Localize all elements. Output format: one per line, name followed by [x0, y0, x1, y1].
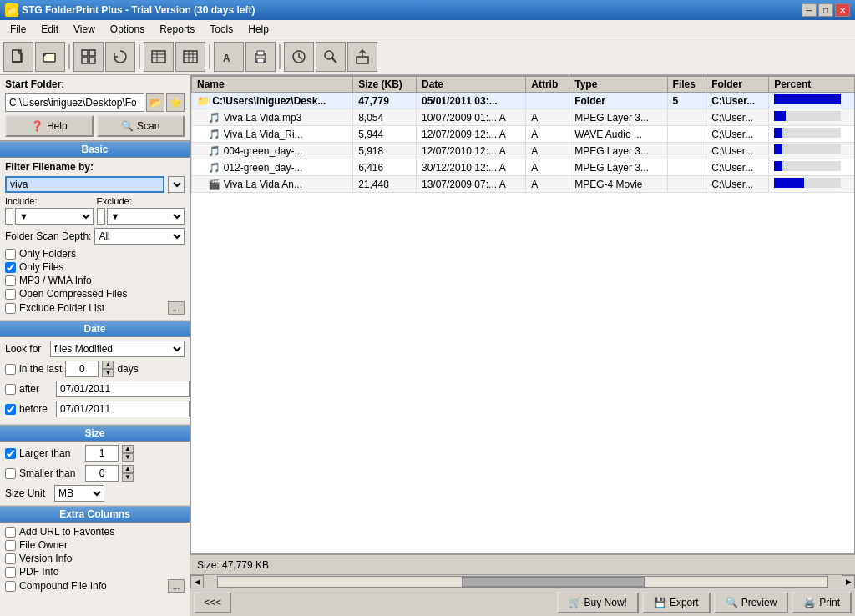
add-url-row[interactable]: Add URL to Favorites [5, 526, 185, 538]
smaller-than-checkbox[interactable] [5, 468, 16, 479]
minimize-button[interactable]: ─ [802, 3, 817, 17]
mp3-wma-row[interactable]: MP3 / WMA Info [5, 275, 185, 286]
start-folder-input[interactable] [5, 93, 144, 112]
scroll-right-button[interactable]: ▶ [842, 575, 855, 588]
toolbar-btn-5[interactable] [144, 42, 174, 72]
only-folders-checkbox[interactable] [5, 249, 16, 260]
after-date-input[interactable] [56, 381, 190, 397]
toolbar-btn-8[interactable] [245, 42, 276, 72]
include-dropdown[interactable]: ▼ [15, 208, 94, 225]
print-button[interactable]: 🖨️ Print [792, 592, 852, 613]
size-unit-dropdown[interactable]: MB KB GB Bytes [54, 485, 104, 502]
cell-name: 🎬 Viva La Vida An... [192, 176, 353, 193]
pdf-info-row[interactable]: PDF Info [5, 566, 185, 578]
only-files-row[interactable]: Only Files [5, 261, 185, 273]
col-date[interactable]: Date [416, 77, 525, 93]
export-button[interactable]: 💾 Export [642, 592, 711, 613]
toolbar-btn-10[interactable] [316, 42, 346, 72]
mp3-wma-checkbox[interactable] [5, 275, 16, 286]
col-percent[interactable]: Percent [769, 77, 855, 93]
compound-file-checkbox[interactable] [5, 581, 16, 592]
toolbar-btn-9[interactable] [284, 42, 314, 72]
version-info-checkbox[interactable] [5, 553, 16, 564]
toolbar-btn-6[interactable] [175, 42, 205, 72]
smaller-than-input[interactable] [85, 465, 119, 482]
smaller-spin-down[interactable]: ▼ [122, 473, 134, 482]
cell-attrib [526, 93, 569, 109]
exclude-folder-dots[interactable]: ... [168, 301, 185, 315]
menu-file[interactable]: File [3, 20, 33, 38]
col-folder[interactable]: Folder [706, 77, 769, 93]
larger-than-input[interactable] [85, 445, 119, 462]
inlast-input[interactable] [65, 361, 99, 377]
pdf-info-label: PDF Info [19, 566, 58, 578]
col-type[interactable]: Type [569, 77, 667, 93]
exclude-folder-row[interactable]: Exclude Folder List ... [5, 301, 185, 315]
toolbar-btn-11[interactable] [347, 42, 377, 72]
include-input[interactable] [5, 208, 13, 225]
scroll-left-button[interactable]: ◀ [190, 575, 204, 588]
exclude-input[interactable] [97, 208, 105, 225]
menu-view[interactable]: View [67, 20, 102, 38]
pdf-info-checkbox[interactable] [5, 567, 16, 578]
maximize-button[interactable]: □ [818, 3, 833, 17]
menu-options[interactable]: Options [104, 20, 151, 38]
help-button[interactable]: ❓ Help [5, 115, 94, 137]
file-table-container[interactable]: Name Size (KB) Date Attrib Type Files Fo… [190, 75, 855, 554]
close-button[interactable]: ✕ [835, 3, 850, 17]
toolbar-btn-3[interactable] [73, 42, 104, 72]
folder-options-button[interactable]: ⭐ [166, 93, 185, 112]
table-row[interactable]: 🎵 Viva La Vida_Ri... 5,944 12/07/2009 12… [192, 126, 856, 143]
open-compressed-row[interactable]: Open Compressed Files [5, 288, 185, 300]
version-info-row[interactable]: Version Info [5, 553, 185, 564]
menu-edit[interactable]: Edit [34, 20, 65, 38]
table-row[interactable]: 🎵 012-green_day-... 6,416 30/12/2010 12:… [192, 159, 856, 176]
col-attrib[interactable]: Attrib [526, 77, 569, 93]
browse-button[interactable]: 📂 [146, 93, 164, 112]
filter-dropdown[interactable]: ▼ [168, 176, 185, 193]
before-checkbox[interactable] [5, 404, 16, 415]
inlast-spin-up[interactable]: ▲ [102, 361, 114, 369]
before-date-input[interactable] [56, 401, 190, 417]
scan-button[interactable]: 🔍 Scan [97, 115, 185, 137]
only-files-checkbox[interactable] [5, 262, 16, 273]
inlast-spin-down[interactable]: ▼ [102, 369, 114, 377]
file-owner-checkbox[interactable] [5, 540, 16, 551]
horizontal-scrollbar[interactable] [217, 576, 828, 588]
table-row[interactable]: 📁 C:\Users\iniguez\Desk... 47,779 05/01/… [192, 93, 856, 109]
table-row[interactable]: 🎵 Viva La Vida.mp3 8,054 10/07/2009 01:.… [192, 109, 856, 126]
compound-file-row[interactable]: Compound File Info ... [5, 579, 185, 593]
menu-reports[interactable]: Reports [153, 20, 201, 38]
file-owner-row[interactable]: File Owner [5, 539, 185, 551]
buy-button[interactable]: 🛒 Buy Now! [557, 592, 639, 613]
toolbar-btn-1[interactable] [3, 42, 33, 72]
add-url-checkbox[interactable] [5, 527, 16, 538]
exclude-folder-checkbox[interactable] [5, 303, 16, 314]
only-folders-row[interactable]: Only Folders [5, 248, 185, 260]
toolbar-btn-2[interactable] [35, 42, 65, 72]
toolbar-btn-7[interactable]: A [214, 42, 244, 72]
col-size[interactable]: Size (KB) [353, 77, 417, 93]
compound-file-dots[interactable]: ... [168, 579, 185, 593]
open-compressed-checkbox[interactable] [5, 289, 16, 300]
table-row[interactable]: 🎵 004-green_day-... 5,918 12/07/2010 12:… [192, 143, 856, 159]
larger-spin-up[interactable]: ▲ [122, 445, 134, 453]
menu-tools[interactable]: Tools [203, 20, 240, 38]
exclude-dropdown[interactable]: ▼ [107, 208, 185, 225]
after-checkbox[interactable] [5, 384, 16, 395]
larger-than-checkbox[interactable] [5, 448, 16, 459]
table-row[interactable]: 🎬 Viva La Vida An... 21,448 13/07/2009 0… [192, 176, 856, 193]
col-files[interactable]: Files [667, 77, 706, 93]
toolbar-btn-4[interactable] [105, 42, 135, 72]
lookfor-dropdown[interactable]: files Modified files Created files Acces… [50, 341, 185, 357]
filter-input[interactable] [5, 176, 164, 193]
inlast-checkbox[interactable] [5, 364, 16, 375]
nav-button[interactable]: <<< [194, 592, 231, 613]
preview-button[interactable]: 🔍 Preview [714, 592, 789, 613]
date-section: Look for files Modified files Created fi… [0, 337, 190, 425]
col-name[interactable]: Name [192, 77, 353, 93]
larger-spin-down[interactable]: ▼ [122, 453, 134, 462]
menu-help[interactable]: Help [241, 20, 276, 38]
smaller-spin-up[interactable]: ▲ [122, 465, 134, 473]
folder-depth-dropdown[interactable]: All [94, 228, 185, 245]
